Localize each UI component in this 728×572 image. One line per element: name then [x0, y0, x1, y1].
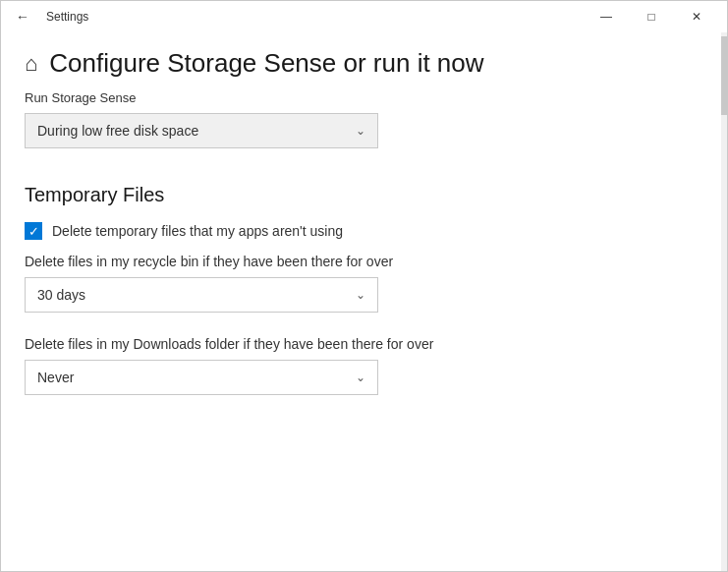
home-icon: ⌂ — [25, 53, 37, 75]
downloads-field-group: Delete files in my Downloads folder if t… — [25, 336, 703, 395]
minimize-button[interactable]: — — [584, 1, 629, 32]
recycle-bin-dropdown-value: 30 days — [37, 287, 85, 303]
run-storage-sense-section: Run Storage Sense During low free disk s… — [25, 90, 703, 148]
recycle-bin-field-group: Delete files in my recycle bin if they h… — [25, 254, 703, 313]
downloads-dropdown-arrow: ⌄ — [356, 371, 365, 384]
section-divider-1 — [25, 156, 703, 184]
main-content: ⌂ Configure Storage Sense or run it now … — [1, 32, 727, 571]
scrollbar[interactable] — [721, 32, 727, 571]
downloads-dropdown[interactable]: Never ⌄ — [25, 360, 378, 395]
delete-temp-files-label: Delete temporary files that my apps aren… — [52, 223, 343, 239]
recycle-bin-dropdown-arrow: ⌄ — [356, 288, 365, 302]
title-bar: ← Settings — □ ✕ — [1, 1, 727, 32]
run-storage-sense-dropdown-arrow: ⌄ — [356, 124, 365, 138]
title-bar-left: ← Settings — [9, 3, 584, 30]
delete-temp-files-checkbox[interactable]: ✓ — [25, 222, 42, 240]
downloads-label: Delete files in my Downloads folder if t… — [25, 336, 703, 352]
downloads-dropdown-value: Never — [37, 370, 74, 385]
run-storage-sense-dropdown[interactable]: During low free disk space ⌄ — [25, 113, 378, 148]
run-storage-sense-label: Run Storage Sense — [25, 90, 703, 105]
title-bar-controls: — □ ✕ — [584, 1, 719, 32]
temporary-files-section: Temporary Files ✓ Delete temporary files… — [25, 184, 703, 395]
page-title: Configure Storage Sense or run it now — [49, 48, 483, 79]
run-storage-sense-dropdown-value: During low free disk space — [37, 123, 198, 139]
scrollbar-thumb[interactable] — [721, 36, 727, 115]
page-header: ⌂ Configure Storage Sense or run it now — [25, 32, 703, 90]
checkmark-icon: ✓ — [28, 225, 39, 238]
recycle-bin-label: Delete files in my recycle bin if they h… — [25, 254, 703, 269]
back-button[interactable]: ← — [9, 3, 36, 30]
window-title: Settings — [46, 10, 88, 24]
delete-temp-files-row: ✓ Delete temporary files that my apps ar… — [25, 222, 703, 240]
close-button[interactable]: ✕ — [674, 1, 719, 32]
maximize-button[interactable]: □ — [629, 1, 674, 32]
temporary-files-title: Temporary Files — [25, 184, 703, 206]
settings-window: ← Settings — □ ✕ ⌂ Configure Storage Sen… — [0, 0, 728, 572]
recycle-bin-dropdown[interactable]: 30 days ⌄ — [25, 277, 378, 313]
run-storage-sense-dropdown-container: During low free disk space ⌄ — [25, 113, 703, 148]
